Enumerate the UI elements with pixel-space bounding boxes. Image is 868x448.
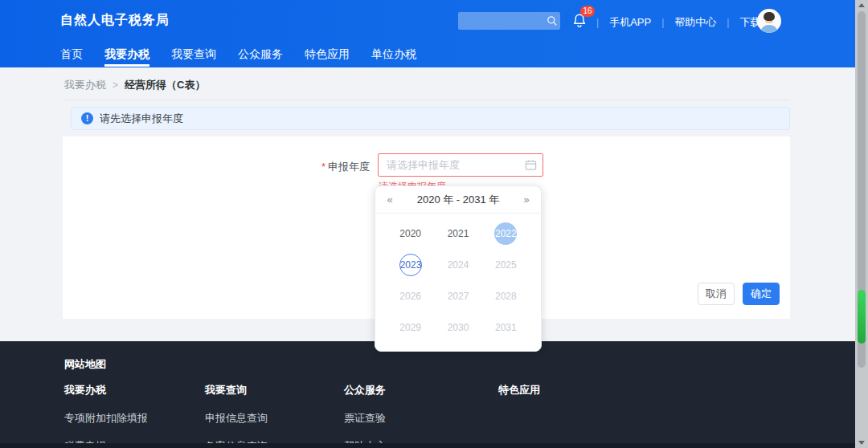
footer-column-query: 我要查询 申报信息查询 备案信息查询 — [205, 383, 268, 448]
page: 自然人电子税务局 16 | 手机APP | 帮助中心 | 下载服务 首页 我要 — [0, 0, 868, 448]
year-option-2022[interactable]: 2022 — [494, 222, 517, 245]
footer-column-title: 公众服务 — [344, 383, 386, 397]
footer-column-public-service: 公众服务 票证查验 帮助中心 — [344, 383, 386, 448]
footer-bottom-strip — [0, 443, 855, 448]
breadcrumb-divider — [63, 100, 790, 100]
divider: | — [596, 17, 599, 28]
app-title: 自然人电子税务局 — [60, 12, 170, 29]
info-icon: ! — [81, 112, 93, 124]
year-field-label: *申报年度 — [321, 160, 370, 174]
scrollbar-green-marker — [858, 290, 866, 344]
footer-link[interactable]: 申报信息查询 — [205, 411, 268, 426]
nav-item-query[interactable]: 我要查询 — [171, 42, 216, 67]
nav-item-public-service[interactable]: 公众服务 — [238, 42, 283, 67]
sitemap-title: 网站地图 — [64, 357, 106, 372]
search-input[interactable] — [458, 12, 560, 30]
year-option-2027[interactable]: 2027 — [447, 285, 469, 307]
main-nav: 首页 我要办税 我要查询 公众服务 特色应用 单位办税 — [60, 42, 438, 67]
mobile-app-link[interactable]: 手机APP — [609, 15, 651, 30]
year-option-2031[interactable]: 2031 — [494, 316, 517, 339]
site-footer: 网站地图 我要办税 专项附加扣除填报 税费申报 我要查询 申报信息查询 备案信息… — [0, 341, 855, 448]
next-range-icon[interactable]: » — [512, 193, 541, 206]
notification-badge: 16 — [580, 6, 595, 17]
breadcrumb-current: 经营所得（C表） — [125, 78, 205, 92]
divider: | — [661, 17, 664, 28]
footer-column-title: 我要查询 — [205, 383, 268, 397]
scroll-down-icon[interactable] — [858, 441, 865, 445]
year-picker-dropdown: « 2020 年 - 2031 年 » 2020 2021 2022 2023 … — [375, 185, 542, 352]
notice-text: 请先选择申报年度 — [100, 112, 183, 126]
page-scrollbar[interactable] — [855, 0, 868, 448]
year-option-2030[interactable]: 2030 — [447, 316, 469, 339]
calendar-icon[interactable] — [525, 159, 537, 171]
avatar-hair — [764, 12, 775, 21]
nav-item-company-tax[interactable]: 单位办税 — [371, 42, 416, 67]
user-avatar[interactable] — [757, 9, 781, 33]
prev-range-icon[interactable]: « — [375, 193, 404, 206]
year-grid: 2020 2021 2022 2023 2024 2025 2026 2027 … — [375, 214, 541, 348]
confirm-button[interactable]: 确定 — [743, 283, 780, 305]
footer-column-featured-apps: 特色应用 — [498, 383, 540, 397]
year-option-2026[interactable]: 2026 — [399, 285, 422, 307]
header-links: | 手机APP | 帮助中心 | 下载服务 — [596, 15, 781, 30]
year-range-label: 2020 年 - 2031 年 — [404, 193, 512, 207]
year-input-wrap — [378, 153, 543, 177]
required-asterisk: * — [321, 161, 326, 173]
divider: | — [727, 17, 729, 28]
year-option-2024[interactable]: 2024 — [447, 254, 469, 276]
year-option-2025[interactable]: 2025 — [494, 254, 517, 276]
year-option-2023[interactable]: 2023 — [399, 254, 422, 276]
year-picker-header: « 2020 年 - 2031 年 » — [375, 186, 541, 214]
top-header: 自然人电子税务局 16 | 手机APP | 帮助中心 | 下载服务 首页 我要 — [0, 0, 855, 67]
cancel-button[interactable]: 取消 — [698, 283, 735, 305]
year-input[interactable] — [378, 153, 543, 177]
footer-column-title: 特色应用 — [498, 383, 540, 397]
year-option-2020[interactable]: 2020 — [399, 222, 422, 245]
help-center-link[interactable]: 帮助中心 — [674, 15, 716, 30]
nav-item-home[interactable]: 首页 — [60, 42, 83, 67]
avatar-shirt — [760, 25, 778, 33]
nav-item-file-tax[interactable]: 我要办税 — [104, 42, 149, 67]
chevron-right-icon: > — [113, 79, 118, 91]
search-icon[interactable] — [546, 14, 559, 27]
footer-link[interactable]: 专项附加扣除填报 — [64, 411, 148, 426]
scroll-up-icon[interactable] — [858, 3, 865, 7]
year-option-2029[interactable]: 2029 — [399, 316, 422, 339]
breadcrumb-parent[interactable]: 我要办税 — [64, 78, 106, 92]
nav-item-featured-apps[interactable]: 特色应用 — [305, 42, 350, 67]
notice-banner: ! 请先选择申报年度 — [71, 107, 790, 130]
year-option-2028[interactable]: 2028 — [494, 285, 517, 307]
breadcrumb: 我要办税 > 经营所得（C表） — [64, 78, 205, 92]
year-field-label-text: 申报年度 — [328, 161, 370, 173]
footer-column-file-tax: 我要办税 专项附加扣除填报 税费申报 — [64, 383, 148, 448]
year-option-2021[interactable]: 2021 — [447, 222, 469, 245]
footer-column-title: 我要办税 — [64, 383, 148, 397]
footer-link[interactable]: 票证查验 — [344, 411, 386, 426]
